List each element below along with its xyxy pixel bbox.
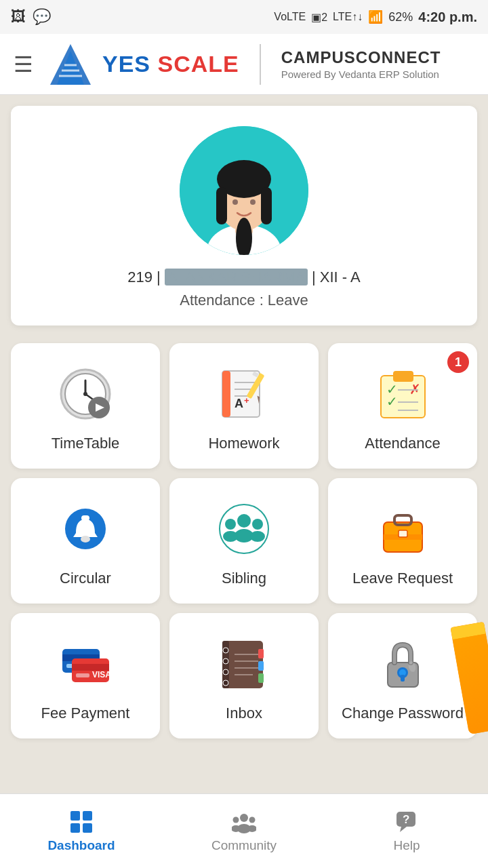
menu-item-fee-payment[interactable]: VISA Fee Payment	[11, 613, 160, 738]
svg-text:?: ?	[403, 813, 409, 826]
svg-point-13	[232, 199, 238, 205]
change-password-icon	[372, 633, 433, 694]
app-name: CAMPUSCONNECT	[281, 48, 441, 67]
menu-item-leave-request[interactable]: Leave Request	[328, 478, 477, 604]
header-divider	[260, 44, 261, 85]
svg-text:A: A	[235, 397, 243, 410]
status-bar-right: VoLTE ▣2 LTE↑↓ 📶 62% 4:20 p.m.	[274, 9, 477, 25]
attendance-status: Attendance : Leave	[180, 292, 308, 309]
change-password-label: Change Password	[342, 704, 464, 724]
svg-rect-84	[70, 823, 80, 833]
homework-label: Homework	[208, 434, 279, 454]
menu-item-circular[interactable]: Circular	[11, 478, 160, 604]
menu-item-attendance[interactable]: 1 ✓ ✓ ✗ Attendance	[328, 343, 477, 469]
logo-text: YES SCALE	[102, 51, 239, 77]
svg-marker-93	[400, 827, 407, 832]
wechat-icon: 💬	[33, 8, 51, 26]
menu-item-inbox[interactable]: Inbox	[169, 613, 319, 738]
profile-info: 219 | ALANKAR SHARMA | XII - A	[127, 269, 361, 286]
yes-scale-logo-icon	[47, 41, 94, 88]
student-class: XII - A	[320, 269, 361, 285]
leave-request-label: Leave Request	[352, 569, 453, 589]
signal-text: VoLTE	[274, 11, 306, 23]
nav-item-dashboard[interactable]: Dashboard	[0, 794, 163, 868]
timetable-label: TimeTable	[52, 434, 120, 454]
hamburger-menu[interactable]: ☰	[14, 54, 33, 75]
yes-scale-text: YES SCALE	[102, 51, 239, 77]
svg-point-88	[233, 816, 239, 823]
svg-point-66	[223, 658, 228, 664]
fee-payment-label: Fee Payment	[41, 704, 130, 724]
menu-grid: TimeTable A + Homework 1	[0, 336, 488, 749]
campus-connect: CAMPUSCONNECT Powered By Vedanta ERP Sol…	[281, 48, 441, 80]
svg-text:VISA: VISA	[92, 670, 111, 679]
dashboard-icon	[69, 810, 94, 834]
attendance-icon: ✓ ✓ ✗	[372, 363, 433, 425]
svg-rect-11	[261, 187, 272, 224]
svg-point-65	[223, 648, 228, 653]
homework-icon: A +	[214, 363, 274, 425]
svg-rect-80	[401, 675, 405, 682]
circular-icon	[55, 498, 116, 559]
svg-rect-33	[393, 371, 413, 382]
timetable-icon	[55, 363, 116, 425]
circular-label: Circular	[60, 569, 111, 589]
svg-point-45	[237, 514, 251, 528]
svg-rect-75	[258, 673, 264, 683]
sibling-icon	[214, 498, 274, 559]
help-nav-label: Help	[393, 838, 420, 853]
gallery-icon: 🖼	[11, 8, 26, 26]
carrier-icon: ▣2	[311, 11, 327, 24]
powered-by: Powered By Vedanta ERP Solution	[281, 68, 441, 80]
menu-item-homework[interactable]: A + Homework	[169, 343, 319, 469]
svg-point-90	[249, 816, 256, 823]
svg-point-48	[223, 531, 238, 542]
avatar	[180, 126, 308, 255]
avatar-image	[180, 126, 308, 255]
status-bar-left: 🖼 💬	[11, 8, 51, 26]
help-icon: ?	[394, 810, 419, 834]
nav-item-community[interactable]: Community	[163, 794, 325, 868]
svg-text:✓: ✓	[386, 394, 398, 409]
inbox-label: Inbox	[226, 704, 262, 724]
svg-rect-85	[83, 823, 92, 833]
svg-rect-73	[258, 649, 264, 658]
inbox-icon	[214, 633, 274, 694]
svg-rect-55	[399, 530, 407, 537]
bottom-nav: Dashboard Community ? Help	[0, 793, 488, 868]
svg-point-49	[252, 519, 263, 530]
svg-point-19	[83, 392, 87, 396]
svg-rect-61	[76, 673, 89, 677]
dashboard-nav-label: Dashboard	[47, 838, 115, 853]
header: ☰ YES SCALE CAMPUSCONNECT Powered By Ved…	[0, 34, 488, 95]
community-icon	[232, 810, 256, 834]
svg-rect-10	[216, 187, 227, 224]
sibling-label: Sibling	[222, 569, 266, 589]
svg-point-47	[225, 519, 236, 530]
attendance-label: Attendance	[365, 434, 440, 454]
community-nav-label: Community	[211, 838, 277, 853]
lte-icon: LTE↑↓	[333, 11, 363, 23]
svg-rect-74	[258, 661, 264, 671]
svg-point-42	[81, 536, 90, 542]
svg-point-67	[223, 669, 228, 675]
logo-area: YES SCALE	[47, 41, 239, 88]
nav-item-help[interactable]: ? Help	[325, 794, 488, 868]
menu-item-timetable[interactable]: TimeTable	[11, 343, 160, 469]
student-name: ALANKAR SHARMA	[165, 269, 308, 285]
svg-point-68	[223, 680, 228, 686]
svg-point-14	[250, 199, 256, 205]
profile-card: 219 | ALANKAR SHARMA | XII - A Attendanc…	[11, 106, 477, 326]
menu-item-sibling[interactable]: Sibling	[169, 478, 319, 604]
svg-point-50	[250, 531, 265, 542]
roll-number: 219	[127, 269, 152, 285]
battery-text: 62%	[388, 10, 413, 24]
svg-rect-83	[83, 811, 92, 821]
svg-rect-23	[222, 371, 230, 417]
svg-rect-82	[70, 811, 80, 821]
fee-payment-icon: VISA	[55, 633, 116, 694]
status-bar: 🖼 💬 VoLTE ▣2 LTE↑↓ 📶 62% 4:20 p.m.	[0, 0, 488, 34]
leave-request-icon	[372, 498, 433, 559]
svg-point-86	[240, 814, 248, 822]
attendance-badge: 1	[447, 351, 469, 373]
